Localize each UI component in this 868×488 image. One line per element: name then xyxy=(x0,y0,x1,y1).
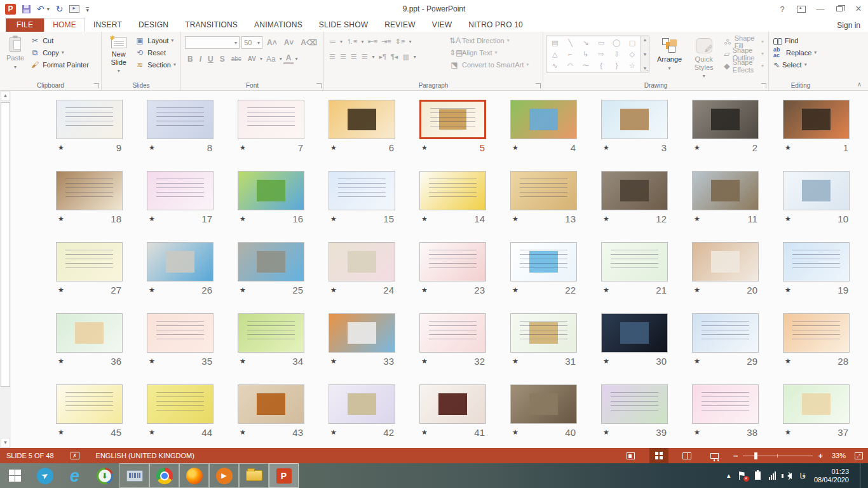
triangle-icon[interactable]: △ xyxy=(552,51,557,58)
taskbar-onscreen-keyboard[interactable] xyxy=(119,463,149,488)
format-painter-button[interactable]: 🖌Format Painter xyxy=(28,58,91,71)
slide-thumbnail-36[interactable] xyxy=(56,313,123,353)
right-brace-icon[interactable]: } xyxy=(616,62,618,69)
slide-thumbnail-11[interactable] xyxy=(692,171,759,210)
slide-thumbnail-38[interactable] xyxy=(692,384,759,424)
slide-thumbnail-44[interactable] xyxy=(147,384,214,424)
help-icon[interactable]: ? xyxy=(773,2,792,16)
zoom-out-icon[interactable]: − xyxy=(733,451,738,461)
zoom-in-icon[interactable]: + xyxy=(818,451,823,461)
slide-thumbnail-17[interactable] xyxy=(147,171,214,210)
slide-thumbnail-42[interactable] xyxy=(329,384,395,424)
curve-icon[interactable]: 〜 xyxy=(582,62,589,69)
start-button[interactable] xyxy=(0,463,30,488)
ltr-direction-icon[interactable]: ▸¶ xyxy=(379,53,386,61)
fit-to-window-icon[interactable]: ⤢ xyxy=(855,452,863,459)
scribble-icon[interactable]: ∿ xyxy=(552,62,558,69)
align-left-icon[interactable]: ☰ xyxy=(329,53,336,61)
font-dialog-launcher-icon[interactable] xyxy=(316,83,322,88)
tab-slideshow[interactable]: SLIDE SHOW xyxy=(311,18,376,32)
convert-smartart-button[interactable]: ⬔Convert to SmartArt▾ xyxy=(447,58,531,71)
slide-thumbnail-45[interactable] xyxy=(56,384,123,424)
show-desktop-button[interactable] xyxy=(860,463,864,488)
line-icon[interactable]: ╲ xyxy=(568,39,573,46)
taskbar-chrome[interactable] xyxy=(149,463,179,488)
sign-in-link[interactable]: Sign in xyxy=(837,21,860,30)
collapse-ribbon-icon[interactable]: ∧ xyxy=(857,81,862,88)
increase-indent-icon[interactable]: ⇥≡ xyxy=(381,37,391,46)
replace-button[interactable]: abacReplace▾ xyxy=(771,46,830,58)
slide-thumbnail-26[interactable] xyxy=(147,242,214,281)
slide-thumbnail-7[interactable] xyxy=(238,100,304,139)
align-text-button[interactable]: ⇕▤Align Text▾ xyxy=(447,46,531,58)
slide-thumbnail-32[interactable] xyxy=(419,313,486,353)
strikethrough-button[interactable]: abc xyxy=(229,55,244,62)
elbow-arrow-icon[interactable]: ↳ xyxy=(583,51,588,58)
restore-icon[interactable] xyxy=(830,2,849,16)
slide-thumbnail-10[interactable] xyxy=(783,171,850,210)
action-center-flag-icon[interactable] xyxy=(739,471,747,480)
slide-thumbnail-9[interactable] xyxy=(56,100,123,139)
slide-sorter-view-button[interactable] xyxy=(649,448,668,463)
clock[interactable]: 01:23 08/04/2020 xyxy=(814,468,851,484)
slide-thumbnail-22[interactable] xyxy=(510,242,577,281)
font-color-button[interactable]: A xyxy=(283,53,294,64)
text-box-icon[interactable]: ▤ xyxy=(552,39,558,46)
slide-thumbnail-27[interactable] xyxy=(56,242,123,281)
cut-button[interactable]: ✂Cut xyxy=(28,34,91,46)
shape-effects-button[interactable]: ◆Shape Effects▾ xyxy=(722,60,766,72)
drawing-dialog-launcher-icon[interactable] xyxy=(761,83,766,88)
vertical-scrollbar[interactable]: ▲ ▼ xyxy=(0,91,11,448)
tab-transitions[interactable]: TRANSITIONS xyxy=(177,18,246,32)
tab-insert[interactable]: INSERT xyxy=(85,18,130,32)
slide-thumbnail-29[interactable] xyxy=(692,313,759,353)
copy-button[interactable]: ⧉Copy▾ xyxy=(28,46,91,58)
oval-icon[interactable]: ◯ xyxy=(613,39,620,46)
taskbar-internet-explorer[interactable]: e xyxy=(60,463,90,488)
taskbar-firefox[interactable] xyxy=(179,463,209,488)
left-brace-icon[interactable]: { xyxy=(600,62,602,69)
slide-thumbnail-8[interactable] xyxy=(147,100,214,139)
spellcheck-icon[interactable]: ✗ xyxy=(71,452,79,459)
slide-thumbnail-1[interactable] xyxy=(783,100,850,139)
ribbon-display-options-icon[interactable] xyxy=(792,2,811,16)
character-spacing-button[interactable]: AV xyxy=(245,55,259,62)
volume-icon[interactable] xyxy=(784,473,792,479)
slide-thumbnail-13[interactable] xyxy=(510,171,577,210)
tab-file[interactable]: FILE xyxy=(6,18,44,32)
power-icon[interactable] xyxy=(755,471,761,480)
slide-thumbnail-2[interactable] xyxy=(692,100,759,139)
slide-thumbnail-4[interactable] xyxy=(510,100,577,139)
change-case-button[interactable]: Aa xyxy=(264,55,278,64)
line-spacing-icon[interactable]: ⇕≡ xyxy=(395,37,405,46)
tab-design[interactable]: DESIGN xyxy=(130,18,177,32)
shapes-gallery[interactable]: ▤╲↘▭◯▢△⌐↳⇨⇩◇∿◠〜{}☆ xyxy=(546,36,641,72)
layout-button[interactable]: ▣Layout▾ xyxy=(133,34,178,46)
reading-view-button[interactable] xyxy=(677,448,696,463)
network-signal-icon[interactable] xyxy=(769,471,776,480)
slideshow-view-button[interactable] xyxy=(705,448,724,463)
decrease-indent-icon[interactable]: ⇤≡ xyxy=(367,37,377,46)
slide-thumbnail-12[interactable] xyxy=(601,171,668,210)
scroll-down-icon[interactable]: ▼ xyxy=(1,438,10,448)
clipboard-dialog-launcher-icon[interactable] xyxy=(94,83,99,88)
reset-button[interactable]: ⟲Reset xyxy=(133,46,178,58)
hidden-icons-arrow[interactable]: ▴ xyxy=(727,471,731,480)
bullets-icon[interactable]: ≔ xyxy=(329,37,336,46)
tab-review[interactable]: REVIEW xyxy=(376,18,424,32)
slide-thumbnail-43[interactable] xyxy=(238,384,304,424)
slide-thumbnail-3[interactable] xyxy=(601,100,668,139)
bold-button[interactable]: B xyxy=(185,55,196,64)
new-slide-button[interactable]: New Slide▾ xyxy=(104,34,133,76)
slide-thumbnail-40[interactable] xyxy=(510,384,577,424)
tab-home[interactable]: HOME xyxy=(44,18,85,32)
slide-thumbnail-15[interactable] xyxy=(329,171,395,210)
quick-styles-button[interactable]: Quick Styles▾ xyxy=(689,36,718,81)
slide-thumbnail-19[interactable] xyxy=(783,242,850,281)
paragraph-dialog-launcher-icon[interactable] xyxy=(536,83,541,88)
slide-thumbnail-6[interactable] xyxy=(329,100,395,139)
taskbar-file-explorer[interactable] xyxy=(239,463,269,488)
columns-icon[interactable]: ▥ xyxy=(402,53,409,61)
slide-thumbnail-31[interactable] xyxy=(510,313,577,353)
tab-view[interactable]: VIEW xyxy=(424,18,460,32)
